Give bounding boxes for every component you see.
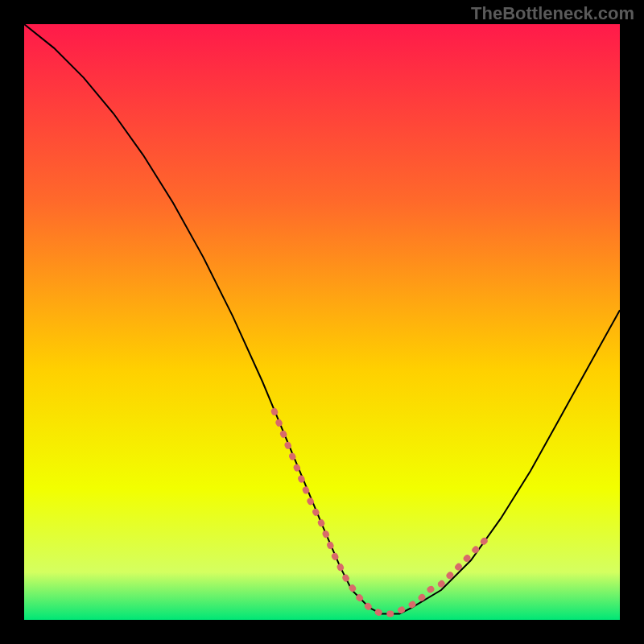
watermark-text: TheBottleneck.com (471, 3, 634, 24)
chart-svg (24, 24, 620, 620)
chart-plot-area (24, 24, 620, 620)
